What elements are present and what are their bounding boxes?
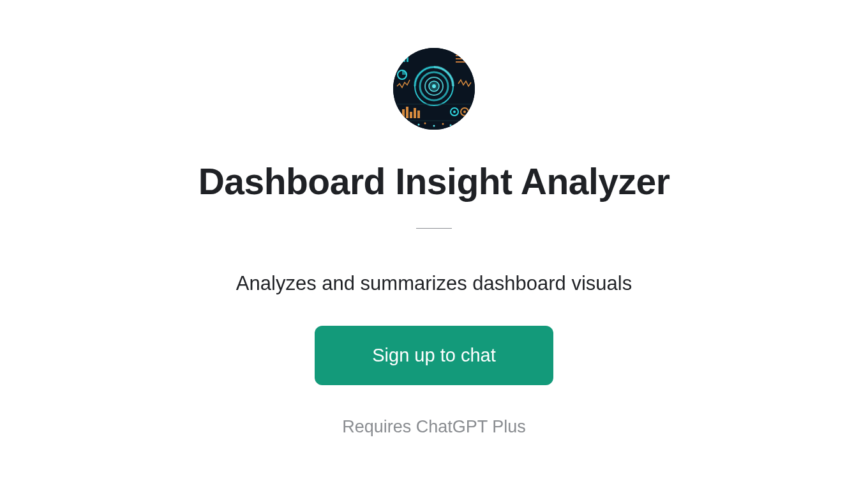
gpt-avatar	[393, 48, 475, 130]
page-title: Dashboard Insight Analyzer	[198, 160, 670, 202]
svg-rect-18	[417, 111, 420, 118]
svg-rect-8	[403, 57, 405, 62]
page-subtitle: Analyzes and summarizes dashboard visual…	[236, 272, 632, 295]
svg-point-25	[433, 125, 435, 127]
svg-rect-14	[402, 109, 405, 118]
title-divider	[416, 228, 452, 229]
svg-point-23	[418, 124, 420, 126]
svg-rect-16	[410, 112, 412, 118]
svg-rect-17	[414, 108, 416, 118]
svg-point-26	[442, 123, 444, 125]
requirement-text: Requires ChatGPT Plus	[342, 417, 526, 437]
svg-point-21	[453, 111, 456, 113]
sign-up-button[interactable]: Sign up to chat	[315, 326, 553, 385]
svg-rect-15	[406, 107, 408, 118]
svg-point-27	[450, 125, 452, 126]
svg-point-5	[432, 84, 436, 88]
svg-point-24	[424, 123, 426, 125]
svg-rect-9	[407, 54, 408, 62]
svg-rect-6	[397, 56, 399, 62]
svg-point-22	[463, 111, 466, 113]
svg-rect-7	[400, 53, 402, 62]
